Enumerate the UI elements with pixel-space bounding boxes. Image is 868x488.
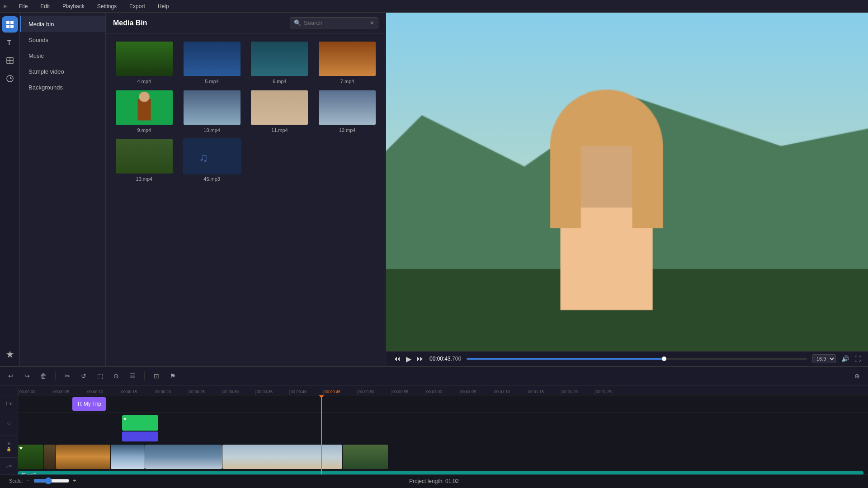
aspect-ratio-select[interactable]: 16:9 — [812, 354, 836, 363]
ruler-mark: 00:00:25 — [188, 389, 222, 395]
media-item-label: 11.mp4 — [271, 127, 288, 133]
delete-button[interactable]: 🗑 — [37, 370, 50, 382]
search-clear-icon[interactable]: ✕ — [370, 20, 374, 26]
nav-music[interactable]: Music — [20, 48, 105, 64]
nav-media-bin[interactable]: Media bin — [20, 16, 105, 32]
menu-edit[interactable]: Edit — [38, 2, 52, 10]
audio-eye-icon[interactable]: 👁 — [8, 464, 12, 469]
media-item[interactable]: 7.mp4 — [316, 41, 378, 84]
menu-export[interactable]: Export — [127, 2, 148, 10]
media-thumb — [318, 41, 377, 77]
fx-sidebar-btn[interactable] — [2, 52, 18, 69]
media-thumb — [115, 138, 174, 174]
nav-sounds[interactable]: Sounds — [20, 32, 105, 48]
search-icon: 🔍 — [294, 19, 301, 26]
cut-button[interactable]: ✂ — [61, 370, 74, 382]
tools-sidebar-btn[interactable] — [2, 346, 18, 362]
main-clip[interactable] — [343, 445, 388, 469]
scale-slider[interactable] — [33, 477, 70, 484]
preview-controls: ⏮ ▶ ⏭ 00:00:43.700 16:9 🔊 ⛶ — [386, 351, 868, 366]
audio-clip-label: 45.mp3 — [21, 473, 36, 474]
media-item[interactable]: 10.mp4 — [181, 89, 243, 133]
scale-plus-icon[interactable]: + — [73, 478, 76, 484]
menu-playback[interactable]: Playback — [60, 2, 87, 10]
menu-help[interactable]: Help — [155, 2, 172, 10]
main-clip[interactable]: ★ — [56, 445, 110, 469]
svg-rect-3 — [10, 25, 14, 28]
media-thumb — [250, 41, 309, 77]
overlay-track-controls: ⬡ — [0, 411, 18, 436]
media-item[interactable]: 13.mp4 — [113, 138, 175, 182]
lock-icon[interactable]: 🔒 — [6, 447, 11, 451]
media-item[interactable]: 9.mp4 — [113, 89, 175, 133]
media-item[interactable]: 6.mp4 — [249, 41, 311, 84]
main-clip[interactable] — [111, 445, 145, 469]
svg-text:T: T — [7, 39, 11, 46]
menu-settings[interactable]: Settings — [94, 2, 119, 10]
crop-button[interactable]: ⬚ — [94, 370, 106, 382]
ruler-mark: 00:00:35 — [255, 389, 289, 395]
main-clip[interactable] — [222, 445, 342, 469]
media-sidebar-btn[interactable] — [2, 16, 18, 33]
add-track-button[interactable]: ⊕ — [851, 370, 863, 382]
svg-rect-0 — [6, 21, 9, 24]
undo-button[interactable]: ↩ — [5, 370, 17, 382]
eye-icon[interactable]: 👁 — [7, 441, 11, 446]
search-input[interactable] — [304, 19, 367, 26]
title-clip[interactable]: Tt My Trip — [72, 397, 106, 411]
media-item-label: 45.mp3 — [203, 176, 220, 182]
icon-sidebar: T — [0, 13, 20, 366]
preview-handle[interactable] — [662, 357, 666, 361]
audio-waveform[interactable]: 45.mp3 — [18, 471, 863, 474]
volume-icon[interactable]: 🔊 — [841, 355, 849, 362]
svg-rect-1 — [10, 21, 14, 24]
ruler-mark: 00:00:15 — [120, 389, 154, 395]
media-header: Media Bin 🔍 ✕ — [106, 13, 386, 33]
text-sidebar-btn[interactable]: T — [2, 34, 18, 51]
next-frame-button[interactable]: ⏭ — [417, 355, 424, 363]
overlay-video-clip[interactable]: ★ — [122, 415, 158, 431]
nav-panel: Media bin Sounds Music Sample video Back… — [20, 13, 106, 366]
media-item[interactable]: 4.mp4 — [113, 41, 175, 84]
subtitle-button[interactable]: ⊡ — [150, 370, 163, 382]
menu-bar: ▶ File Edit Playback Settings Export Hel… — [0, 0, 868, 13]
media-item-label: 10.mp4 — [203, 127, 220, 133]
ruler-mark: 00:01:00 — [425, 389, 459, 395]
preview-progress-bar[interactable] — [467, 358, 807, 360]
nav-backgrounds[interactable]: Backgrounds — [20, 80, 105, 95]
media-item-label: 7.mp4 — [340, 79, 354, 84]
preview-progress-fill — [467, 358, 664, 360]
redo2-button[interactable]: ↺ — [77, 370, 90, 382]
media-thumb — [183, 138, 241, 174]
prev-frame-button[interactable]: ⏮ — [393, 355, 401, 363]
menu-file[interactable]: File — [16, 2, 30, 10]
main-clip[interactable] — [145, 445, 222, 469]
color-button[interactable]: ⊙ — [110, 370, 123, 382]
transitions-sidebar-btn[interactable] — [2, 70, 18, 87]
media-item[interactable]: 12.mp4 — [316, 89, 378, 133]
play-button[interactable]: ▶ — [406, 355, 411, 363]
overlay-icon: ⬡ — [7, 421, 11, 426]
nav-sample-video[interactable]: Sample video — [20, 64, 105, 80]
tracks-container: Tt My Trip ★ — [18, 395, 868, 474]
media-item[interactable]: 45.mp3 — [181, 138, 243, 182]
overlay-audio-clip[interactable] — [122, 432, 158, 441]
list-button[interactable]: ☰ — [126, 370, 139, 382]
media-thumb — [115, 41, 174, 77]
redo-button[interactable]: ↪ — [21, 370, 33, 382]
eye-icon[interactable]: 👁 — [9, 402, 13, 406]
star-icon: ★ — [19, 446, 23, 450]
media-thumb — [183, 89, 241, 126]
media-item-label: 12.mp4 — [339, 127, 356, 133]
flag-button[interactable]: ⚑ — [166, 370, 179, 382]
project-length: Project length: 01:02 — [409, 478, 459, 484]
scale-minus-icon[interactable]: − — [27, 478, 30, 484]
media-thumb — [250, 89, 309, 126]
timeline-toolbar: ↩ ↪ 🗑 ✂ ↺ ⬚ ⊙ ☰ ⊡ ⚑ ⊕ — [0, 367, 868, 385]
fullscreen-icon[interactable]: ⛶ — [854, 355, 861, 362]
media-item[interactable]: 11.mp4 — [249, 89, 311, 133]
media-item[interactable]: 5.mp4 — [181, 41, 243, 84]
media-panel: Media Bin 🔍 ✕ 4.mp4 5.mp4 — [106, 13, 386, 366]
main-clip[interactable]: ★ — [44, 445, 56, 469]
media-bin-title: Media Bin — [113, 19, 147, 27]
